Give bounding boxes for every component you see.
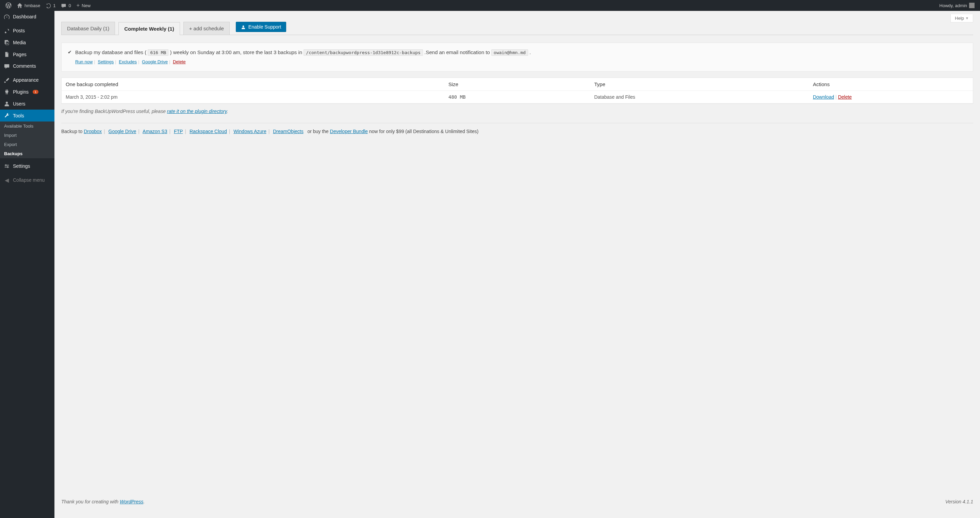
tools-submenu: Available Tools Import Export Backups <box>0 121 54 158</box>
wp-logo[interactable] <box>3 0 14 11</box>
menu-label: Tools <box>13 113 24 118</box>
pin-icon <box>3 27 10 34</box>
dashboard-icon <box>3 14 10 20</box>
menu-label: Pages <box>13 52 27 57</box>
user-icon <box>3 100 10 107</box>
dest-ftp[interactable]: FTP <box>174 129 183 134</box>
google-drive-link[interactable]: Google Drive <box>142 59 168 64</box>
user-icon <box>241 24 246 30</box>
delete-backup-link[interactable]: Delete <box>838 94 852 100</box>
schedule-action-links: Run now| Settings| Excludes| Google Driv… <box>75 59 967 66</box>
submenu-backups[interactable]: Backups <box>0 149 54 158</box>
cell-actions: Download | Delete <box>809 91 973 104</box>
menu-item-dashboard[interactable]: Dashboard <box>0 11 54 23</box>
menu-label: Posts <box>13 28 25 33</box>
cell-size: 480 MB <box>444 91 590 104</box>
howdy-text: Howdy, admin <box>940 3 967 8</box>
backup-path-code: /content/backupwordpress-1d31e8912c-back… <box>304 49 423 56</box>
col-actions: Actions <box>809 78 973 91</box>
tab-database-daily[interactable]: Database Daily (1) <box>61 22 115 35</box>
backups-table: One backup completed Size Type Actions M… <box>61 78 973 104</box>
backup-size-code: 616 MB <box>148 49 169 56</box>
delete-schedule-link[interactable]: Delete <box>173 59 186 64</box>
settings-link[interactable]: Settings <box>98 59 114 64</box>
chevron-down-icon: ▼ <box>966 16 969 20</box>
wordpress-link[interactable]: WordPress <box>120 499 143 504</box>
menu-label: Media <box>13 40 26 45</box>
dest-rackspace[interactable]: Rackspace Cloud <box>189 129 227 134</box>
submenu-export[interactable]: Export <box>0 140 54 149</box>
updates-count: 1 <box>53 3 56 8</box>
developer-bundle-link[interactable]: Developer Bundle <box>330 129 368 134</box>
new-content-link[interactable]: + New <box>74 0 93 11</box>
tab-complete-weekly[interactable]: Complete Weekly (1) <box>118 22 180 35</box>
wrench-icon <box>3 112 10 119</box>
menu-label: Collapse menu <box>13 177 45 183</box>
menu-item-tools[interactable]: Tools <box>0 110 54 121</box>
brush-icon <box>3 77 10 83</box>
collapse-icon: ◀ <box>3 177 10 183</box>
col-status: One backup completed <box>62 78 444 91</box>
schedule-infobox: ✔ Backup my database and files ( 616 MB … <box>61 43 973 72</box>
menu-item-appearance[interactable]: Appearance <box>0 74 54 86</box>
home-icon <box>17 2 22 8</box>
dest-azure[interactable]: Windows Azure <box>234 129 266 134</box>
dest-dreamobjects[interactable]: DreamObjects <box>273 129 303 134</box>
rate-plugin-link[interactable]: rate it on the plugin directory <box>167 108 227 114</box>
site-name-link[interactable]: hmbase <box>14 0 43 11</box>
cell-type: Database and Files <box>590 91 809 104</box>
refresh-icon <box>46 2 51 8</box>
version-text: Version 4.1.1 <box>945 499 973 504</box>
wordpress-icon <box>5 2 11 9</box>
menu-item-settings[interactable]: Settings <box>0 160 54 172</box>
menu-item-media[interactable]: Media <box>0 37 54 49</box>
excludes-link[interactable]: Excludes <box>119 59 137 64</box>
menu-item-plugins[interactable]: Plugins 1 <box>0 86 54 98</box>
plug-icon <box>3 89 10 95</box>
admin-sidebar: Dashboard Posts Media Pages Comments App… <box>0 11 54 518</box>
updates-link[interactable]: 1 <box>43 0 58 11</box>
menu-label: Comments <box>13 63 36 69</box>
page-icon <box>3 51 10 57</box>
download-link[interactable]: Download <box>813 94 834 100</box>
site-name: hmbase <box>24 3 40 8</box>
rate-hint: If you're finding BackUpWordPress useful… <box>61 108 973 114</box>
schedule-tabs: Database Daily (1) Complete Weekly (1) +… <box>61 22 973 35</box>
destinations-row: Backup to Dropbox| Google Drive| Amazon … <box>61 129 973 134</box>
menu-item-users[interactable]: Users <box>0 98 54 110</box>
sliders-icon <box>3 163 10 169</box>
admin-bar: hmbase 1 0 + New Howdy, admin <box>0 0 980 11</box>
help-label: Help <box>955 16 964 21</box>
menu-item-comments[interactable]: Comments <box>0 60 54 72</box>
comments-link[interactable]: 0 <box>58 0 73 11</box>
col-size: Size <box>444 78 590 91</box>
cell-date: March 3, 2015 - 2:02 pm <box>62 91 444 104</box>
plus-icon: + <box>76 2 80 8</box>
dest-amazon-s3[interactable]: Amazon S3 <box>143 129 167 134</box>
menu-item-posts[interactable]: Posts <box>0 25 54 37</box>
account-link[interactable]: Howdy, admin <box>937 0 977 11</box>
enable-support-label: Enable Support <box>248 24 282 30</box>
run-now-link[interactable]: Run now <box>75 59 92 64</box>
infobox-text: Backup my database and files ( 616 MB ) … <box>75 49 531 55</box>
pending-comments-count: 0 <box>68 3 71 8</box>
footer: Thank you for creating with WordPress. V… <box>61 485 973 504</box>
comment-icon <box>61 2 66 8</box>
menu-label: Settings <box>13 163 30 169</box>
help-tab[interactable]: Help ▼ <box>950 14 973 22</box>
comment-icon <box>3 63 10 69</box>
submenu-import[interactable]: Import <box>0 131 54 140</box>
menu-label: Users <box>13 101 25 107</box>
media-icon <box>3 40 10 46</box>
tab-add-schedule[interactable]: + add schedule <box>183 22 230 35</box>
collapse-menu[interactable]: ◀ Collapse menu <box>0 174 54 186</box>
menu-item-pages[interactable]: Pages <box>0 48 54 60</box>
table-row: March 3, 2015 - 2:02 pm 480 MB Database … <box>62 91 973 104</box>
enable-support-button[interactable]: Enable Support <box>236 22 286 32</box>
divider <box>61 123 973 123</box>
main-content: Help ▼ Database Daily (1) Complete Weekl… <box>54 11 980 518</box>
dest-dropbox[interactable]: Dropbox <box>84 129 102 134</box>
submenu-available-tools[interactable]: Available Tools <box>0 121 54 131</box>
new-label: New <box>82 3 91 8</box>
dest-google-drive[interactable]: Google Drive <box>108 129 137 134</box>
